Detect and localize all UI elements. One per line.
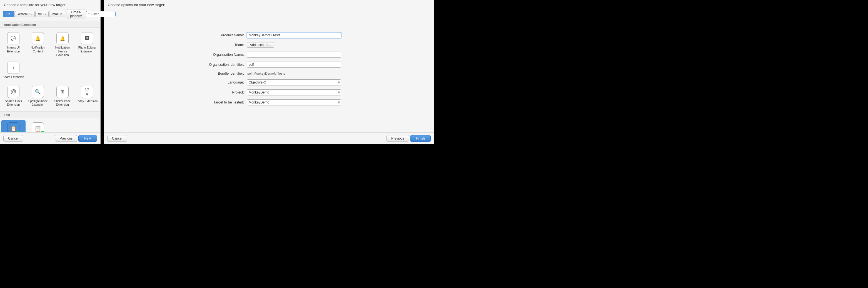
panel-divider: [100, 0, 104, 144]
language-select[interactable]: Objective-C Swift: [247, 79, 341, 85]
org-name-row: Organization Name:: [197, 51, 341, 58]
bundle-identifier-value: self.MonkeyDemoUITests: [247, 72, 341, 75]
spotlight-index-icon-box: 🔍: [32, 86, 44, 98]
section-header-test: Test: [0, 112, 100, 118]
product-name-label: Product Name:: [197, 33, 247, 37]
product-name-row: Product Name:: [197, 32, 341, 38]
target-select-wrapper: MonkeyDemo: [247, 99, 341, 105]
left-previous-button[interactable]: Previous: [55, 135, 78, 142]
org-identifier-input[interactable]: [247, 62, 341, 68]
sticker-pack-icon-box: ⊞: [56, 86, 69, 98]
tab-ios[interactable]: iOS: [3, 11, 14, 17]
add-account-wrapper: Add account...: [247, 42, 341, 48]
target-label: Target to be Tested:: [197, 101, 247, 104]
target-select[interactable]: MonkeyDemo: [247, 99, 341, 105]
right-bottom-bar: Cancel Previous Finish: [104, 132, 434, 144]
item-sticker-pack[interactable]: ⊞ Sticker PackExtension: [50, 83, 75, 109]
add-account-button[interactable]: Add account...: [247, 42, 274, 48]
tab-macos[interactable]: macOS: [49, 11, 66, 17]
product-name-input[interactable]: [247, 32, 341, 38]
notification-content-label: NotificationContent: [31, 46, 45, 53]
org-name-label: Organization Name:: [197, 53, 247, 57]
tabs-bar: iOS watchOS tvOS macOS Cross-platform ⊙: [0, 9, 100, 21]
extension-grid-row1: 💬 Intents UIExtension 🔔 NotificationCont…: [0, 28, 100, 59]
filter-icon: ⊙: [88, 12, 90, 16]
project-row: Project: MonkeyDemo: [197, 89, 341, 96]
bundle-identifier-row: Bundle Identifier: self.MonkeyDemoUITest…: [197, 72, 341, 75]
sticker-pack-label: Sticker PackExtension: [54, 99, 70, 107]
spotlight-index-label: Spotlight IndexExtension: [28, 99, 48, 107]
shared-links-icon-box: @: [7, 86, 20, 98]
test-grid: 📋 ✓ iOS UI TestingBundle 📋 ✓ iOS Unit Te…: [0, 118, 100, 132]
share-extension-label: Share Extension: [3, 75, 24, 79]
extension-grid-row2: ↑ Share Extension: [0, 59, 100, 81]
shared-links-label: Shared LinksExtension: [5, 99, 22, 107]
ios-unit-testing-icon-box: 📋 ✓: [32, 122, 44, 132]
target-row: Target to be Tested: MonkeyDemo: [197, 99, 341, 105]
team-label: Team:: [197, 43, 247, 47]
right-nav-group: Previous Finish: [386, 135, 431, 142]
team-row: Team: Add account...: [197, 42, 341, 48]
org-identifier-row: Organization Identifier:: [197, 62, 341, 68]
filter-wrapper: ⊙: [86, 11, 116, 17]
extension-grid-row3: @ Shared LinksExtension 🔍 Spotlight Inde…: [0, 81, 100, 112]
notification-content-icon-box: 🔔: [32, 32, 44, 44]
language-label: Language:: [197, 80, 247, 84]
tab-watchos[interactable]: watchOS: [15, 11, 35, 17]
left-panel-title: Choose a template for your new target:: [0, 0, 100, 9]
item-shared-links[interactable]: @ Shared LinksExtension: [1, 83, 26, 109]
tab-crossplatform[interactable]: Cross-platform: [67, 9, 85, 19]
section-header-app-extension: Application Extension: [0, 21, 100, 28]
ios-ui-testing-icon-box: 📋 ✓: [7, 122, 20, 132]
photo-editing-label: Photo EditingExtension: [79, 46, 96, 53]
share-extension-icon-box: ↑: [7, 62, 20, 74]
tab-tvos[interactable]: tvOS: [35, 11, 49, 17]
check-badge-unit: ✓: [40, 131, 45, 132]
today-extension-icon-box: 17≡: [81, 86, 93, 98]
today-extension-label: Today Extension: [76, 99, 97, 103]
org-name-input[interactable]: [247, 51, 341, 58]
item-notification-content[interactable]: 🔔 NotificationContent: [26, 30, 50, 59]
right-finish-button[interactable]: Finish: [410, 135, 431, 142]
project-select[interactable]: MonkeyDemo: [247, 89, 341, 96]
intents-ui-label: Intents UIExtension: [7, 46, 20, 53]
right-cancel-button[interactable]: Cancel: [107, 135, 127, 142]
template-scroll-area[interactable]: Application Extension 💬 Intents UIExtens…: [0, 21, 100, 132]
item-today-extension[interactable]: 17≡ Today Extension: [75, 83, 99, 109]
item-photo-editing[interactable]: 🖼 Photo EditingExtension: [75, 30, 99, 59]
language-select-wrapper: Objective-C Swift: [247, 79, 341, 85]
photo-editing-icon-box: 🖼: [81, 32, 93, 44]
org-identifier-label: Organization Identifier:: [197, 63, 247, 67]
item-share-extension[interactable]: ↑ Share Extension: [1, 59, 26, 81]
right-panel-title: Choose options for your new target:: [104, 0, 434, 9]
item-ios-unit-testing[interactable]: 📋 ✓ iOS Unit TestingBundle: [26, 120, 50, 132]
language-row: Language: Objective-C Swift: [197, 79, 341, 85]
notification-service-icon-box: 🔔: [56, 32, 69, 44]
left-panel: Choose a template for your new target: i…: [0, 0, 100, 144]
check-badge: ✓: [16, 131, 20, 132]
item-spotlight-index[interactable]: 🔍 Spotlight IndexExtension: [26, 83, 50, 109]
left-cancel-button[interactable]: Cancel: [3, 135, 23, 142]
intents-ui-icon-box: 💬: [7, 32, 20, 44]
options-form: Product Name: Team: Add account... Organ…: [104, 9, 434, 132]
left-nav-group: Previous Next: [55, 135, 97, 142]
filter-input[interactable]: [91, 12, 114, 16]
item-intents-ui[interactable]: 💬 Intents UIExtension: [1, 30, 26, 59]
right-previous-button[interactable]: Previous: [386, 135, 409, 142]
bundle-identifier-label: Bundle Identifier:: [197, 72, 247, 75]
project-select-wrapper: MonkeyDemo: [247, 89, 341, 96]
project-label: Project:: [197, 91, 247, 94]
left-bottom-bar: Cancel Previous Next: [0, 132, 100, 144]
notification-service-label: NotificationService Extension: [52, 46, 74, 57]
right-panel: Choose options for your new target: Prod…: [104, 0, 434, 144]
item-ios-ui-testing[interactable]: 📋 ✓ iOS UI TestingBundle: [1, 120, 26, 132]
left-next-button[interactable]: Next: [79, 135, 97, 142]
item-notification-service[interactable]: 🔔 NotificationService Extension: [50, 30, 75, 59]
